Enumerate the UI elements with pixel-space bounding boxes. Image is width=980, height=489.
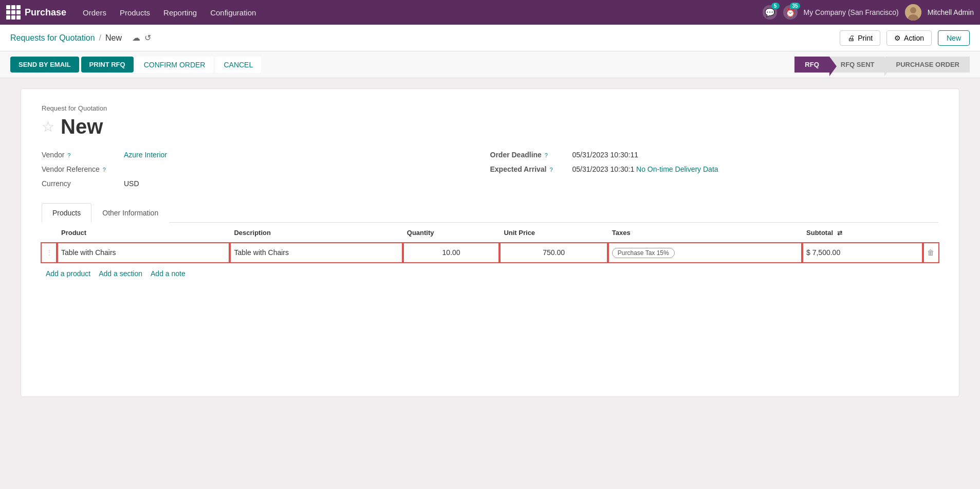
order-deadline-value[interactable]: 05/31/2023 10:30:11 [572, 151, 638, 159]
add-product-link[interactable]: Add a product [46, 269, 90, 278]
form-card: Request for Quotation ☆ New Vendor ? Azu… [21, 88, 959, 397]
tab-other-information[interactable]: Other Information [91, 203, 169, 223]
company-label: My Company (San Francisco) [804, 8, 899, 16]
col-taxes: Taxes [608, 223, 802, 243]
vendor-value[interactable]: Azure Interior [124, 151, 167, 159]
product-table: Product Description Quantity Unit Price … [42, 223, 938, 262]
action-bar: SEND BY EMAIL PRINT RFQ CONFIRM ORDER CA… [0, 51, 980, 78]
row-product[interactable]: Table with Chairs [57, 243, 230, 262]
currency-row: Currency USD [42, 179, 490, 188]
action-label: Action [904, 34, 924, 42]
row-description[interactable]: Table with Chairs [230, 243, 402, 262]
pipeline-step-rfq[interactable]: RFQ [794, 57, 829, 73]
chat-notifications[interactable]: 💬 5 [763, 5, 777, 20]
table-row[interactable]: ⋮ Table with Chairs Table with Chairs 10… [42, 243, 938, 262]
currency-value[interactable]: USD [124, 179, 139, 188]
col-product: Product [57, 223, 230, 243]
brand-label: Purchase [25, 7, 66, 18]
col-subtotal: Subtotal ⇄ [802, 223, 923, 243]
gear-icon: ⚙ [894, 34, 901, 42]
cloud-upload-icon[interactable]: ☁ [132, 33, 140, 43]
cancel-button[interactable]: CANCEL [215, 57, 261, 73]
order-deadline-row: Order Deadline ? 05/31/2023 10:30:11 [490, 151, 939, 159]
print-button[interactable]: 🖨 Print [840, 30, 880, 46]
print-rfq-button[interactable]: PRINT RFQ [81, 57, 134, 73]
breadcrumb-separator: / [99, 33, 101, 43]
tab-products[interactable]: Products [42, 203, 91, 223]
vendor-ref-label: Vendor Reference ? [42, 165, 124, 173]
status-pipeline: RFQ RFQ SENT PURCHASE ORDER [794, 57, 970, 73]
vendor-row: Vendor ? Azure Interior [42, 151, 490, 159]
vendor-ref-row: Vendor Reference ? [42, 165, 490, 173]
print-label: Print [858, 34, 873, 42]
row-quantity[interactable]: 10.00 [403, 243, 500, 262]
top-menu: Orders Products Reporting Configuration [77, 5, 262, 20]
add-note-link[interactable]: Add a note [151, 269, 186, 278]
subheader-actions: 🖨 Print ⚙ Action New [840, 30, 970, 46]
menu-configuration[interactable]: Configuration [204, 5, 262, 20]
vendor-label: Vendor ? [42, 151, 124, 159]
user-name: Mitchell Admin [928, 8, 974, 16]
currency-label: Currency [42, 179, 124, 188]
pipeline-rfq-sent-label: RFQ SENT [841, 61, 875, 68]
row-delete[interactable]: 🗑 [923, 243, 938, 262]
breadcrumb: Requests for Quotation / New ☁ ↺ [10, 33, 151, 43]
row-subtotal: $ 7,500.00 [802, 243, 923, 262]
main-content: Request for Quotation ☆ New Vendor ? Azu… [0, 78, 980, 407]
add-section-link[interactable]: Add a section [99, 269, 142, 278]
pipeline-step-rfq-sent[interactable]: RFQ SENT [830, 57, 885, 73]
form-left-col: Vendor ? Azure Interior Vendor Reference… [42, 151, 490, 188]
menu-orders[interactable]: Orders [77, 5, 113, 20]
subheader: Requests for Quotation / New ☁ ↺ 🖨 Print… [0, 25, 980, 51]
undo-icon[interactable]: ↺ [144, 33, 151, 43]
chat-badge: 5 [771, 3, 780, 9]
top-navigation: Purchase Orders Products Reporting Confi… [0, 0, 980, 25]
pipeline-step-purchase-order[interactable]: PURCHASE ORDER [885, 57, 970, 73]
vendor-ref-help-icon[interactable]: ? [103, 167, 106, 173]
row-drag-handle[interactable]: ⋮ [42, 243, 57, 262]
confirm-order-button[interactable]: CONFIRM ORDER [136, 57, 214, 73]
apps-menu-button[interactable] [6, 5, 25, 20]
add-links-row: Add a product Add a section Add a note [42, 267, 938, 280]
row-unit-price[interactable]: 750.00 [500, 243, 607, 262]
form-fields: Vendor ? Azure Interior Vendor Reference… [42, 151, 938, 188]
pipeline-rfq-label: RFQ [805, 61, 819, 68]
activity-notifications[interactable]: ⏰ 35 [783, 5, 798, 20]
favorite-star-icon[interactable]: ☆ [42, 118, 54, 135]
tabs: Products Other Information [42, 203, 938, 223]
col-actions [923, 223, 938, 243]
pipeline-purchase-order-label: PURCHASE ORDER [896, 61, 959, 68]
row-taxes[interactable]: Purchase Tax 15% [608, 243, 802, 262]
col-unit-price: Unit Price [500, 223, 607, 243]
subtotal-settings-icon[interactable]: ⇄ [837, 229, 842, 237]
action-button[interactable]: ⚙ Action [886, 30, 932, 46]
expected-arrival-label: Expected Arrival ? [490, 165, 572, 173]
order-deadline-label: Order Deadline ? [490, 151, 572, 159]
order-deadline-help-icon[interactable]: ? [545, 152, 548, 158]
expected-arrival-value: 05/31/2023 10:30:1 [572, 165, 635, 173]
breadcrumb-icons: ☁ ↺ [132, 33, 151, 43]
form-subtitle: Request for Quotation [42, 104, 938, 112]
col-description: Description [230, 223, 402, 243]
topnav-right: 💬 5 ⏰ 35 My Company (San Francisco) Mitc… [763, 4, 974, 21]
user-avatar[interactable] [905, 4, 921, 21]
delete-row-icon[interactable]: 🗑 [927, 248, 934, 257]
send-email-button[interactable]: SEND BY EMAIL [10, 57, 79, 73]
svg-point-1 [910, 7, 916, 13]
expected-arrival-row: Expected Arrival ? 05/31/2023 10:30:1 No… [490, 165, 939, 173]
menu-reporting[interactable]: Reporting [157, 5, 203, 20]
col-quantity: Quantity [403, 223, 500, 243]
no-delivery-link[interactable]: No On-time Delivery Data [636, 165, 718, 173]
tax-badge: Purchase Tax 15% [612, 248, 675, 258]
menu-products[interactable]: Products [114, 5, 156, 20]
print-icon: 🖨 [847, 34, 855, 42]
new-button[interactable]: New [938, 30, 970, 46]
expected-arrival-help-icon[interactable]: ? [549, 167, 552, 173]
breadcrumb-current: New [105, 33, 122, 43]
form-title-row: ☆ New [42, 115, 938, 138]
form-title: New [61, 115, 103, 138]
form-right-col: Order Deadline ? 05/31/2023 10:30:11 Exp… [490, 151, 939, 188]
breadcrumb-parent[interactable]: Requests for Quotation [10, 33, 95, 43]
activity-badge: 35 [790, 3, 800, 9]
vendor-help-icon[interactable]: ? [67, 152, 70, 158]
